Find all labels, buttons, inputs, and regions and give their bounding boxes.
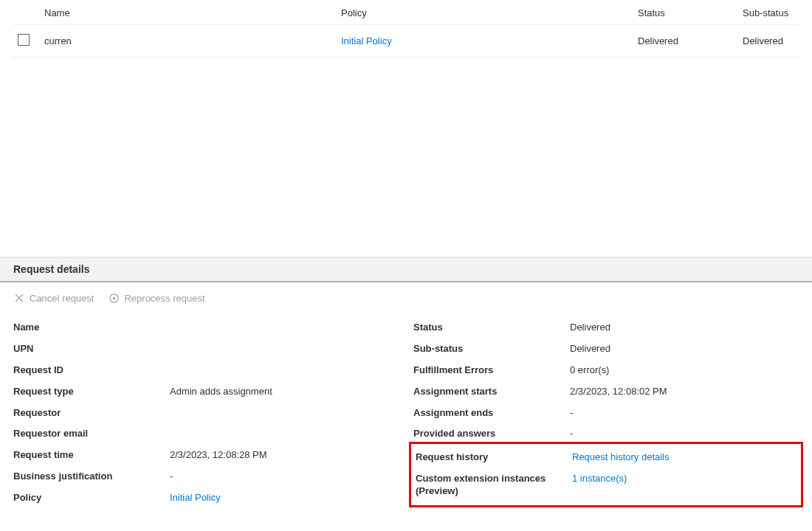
label-request-history: Request history: [416, 451, 572, 464]
details-grid: Name UPN Request ID Request type Admin a…: [0, 311, 812, 509]
row-checkbox[interactable]: [18, 34, 30, 46]
table-header-row: Name Policy Status Sub-status: [13, 0, 799, 25]
value-custom-extension-link[interactable]: 1 instance(s): [572, 473, 796, 484]
cell-policy-link[interactable]: Initial Policy: [341, 35, 392, 46]
label-substatus: Sub-status: [413, 343, 570, 355]
label-custom-extension: Custom extension instances (Preview): [416, 473, 572, 498]
value-substatus: Delivered: [570, 343, 799, 354]
label-request-type: Request type: [13, 386, 170, 398]
details-action-bar: Cancel request Reprocess request: [0, 282, 812, 311]
value-assignment-starts: 2/3/2023, 12:08:02 PM: [570, 386, 799, 397]
value-policy-link[interactable]: Initial Policy: [170, 492, 399, 503]
details-panel-title: Request details: [0, 257, 812, 282]
label-name: Name: [13, 322, 170, 334]
label-requestor: Requestor: [13, 407, 170, 420]
close-icon: [13, 292, 25, 304]
value-request-time: 2/3/2023, 12:08:28 PM: [170, 449, 399, 460]
label-request-time: Request time: [13, 449, 170, 462]
details-left-column: Name UPN Request ID Request type Admin a…: [13, 317, 399, 509]
cell-name: curren: [40, 25, 337, 58]
value-request-history-link[interactable]: Request history details: [572, 451, 796, 462]
requests-table-container: Name Policy Status Sub-status curren Ini…: [0, 0, 812, 58]
value-fulfillment-errors: 0 error(s): [570, 364, 799, 375]
requests-table: Name Policy Status Sub-status curren Ini…: [13, 0, 799, 58]
col-header-name[interactable]: Name: [40, 0, 337, 25]
details-right-column: Status Delivered Sub-status Delivered Fu…: [413, 317, 799, 509]
col-header-checkbox: [13, 0, 40, 25]
reprocess-icon: [109, 293, 120, 304]
label-assignment-ends: Assignment ends: [413, 407, 570, 420]
cell-substatus: Delivered: [738, 25, 799, 58]
col-header-policy[interactable]: Policy: [337, 0, 633, 25]
label-request-id: Request ID: [13, 364, 170, 377]
label-provided-answers: Provided answers: [413, 428, 570, 440]
value-business-justification: -: [170, 471, 399, 482]
cancel-request-button: Cancel request: [13, 292, 94, 304]
table-row[interactable]: curren Initial Policy Delivered Delivere…: [13, 25, 799, 58]
col-header-status[interactable]: Status: [633, 0, 738, 25]
label-upn: UPN: [13, 343, 170, 355]
value-assignment-ends: -: [570, 407, 799, 418]
label-policy: Policy: [13, 492, 170, 504]
reprocess-request-label: Reprocess request: [124, 293, 204, 304]
value-request-type: Admin adds assignment: [170, 386, 399, 397]
value-status: Delivered: [570, 322, 799, 333]
label-fulfillment-errors: Fulfillment Errors: [413, 364, 570, 377]
value-provided-answers: -: [570, 428, 799, 439]
col-header-substatus[interactable]: Sub-status: [738, 0, 799, 25]
cell-status: Delivered: [633, 25, 738, 58]
highlighted-section: Request history Request history details …: [409, 442, 803, 507]
cancel-request-label: Cancel request: [30, 293, 94, 304]
reprocess-request-button: Reprocess request: [109, 293, 204, 304]
label-requestor-email: Requestor email: [13, 428, 170, 440]
label-business-justification: Business justification: [13, 471, 170, 483]
label-status: Status: [413, 322, 570, 334]
label-assignment-starts: Assignment starts: [413, 386, 570, 398]
